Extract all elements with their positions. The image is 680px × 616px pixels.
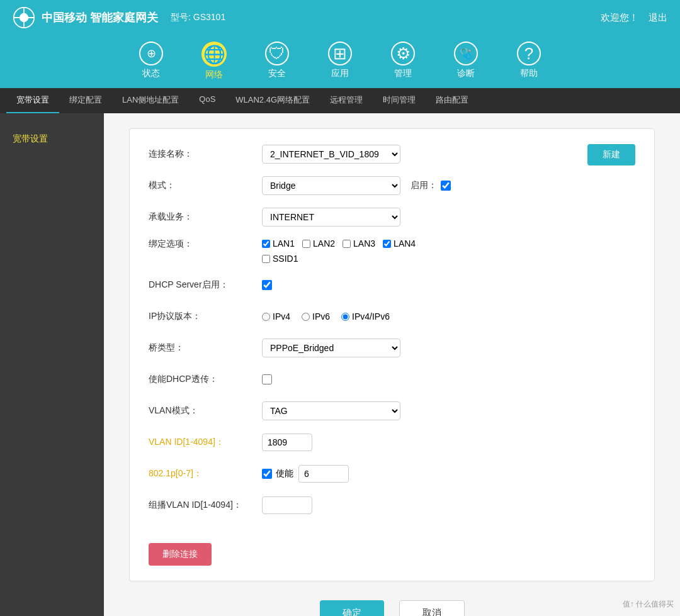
delete-row: 删除连接: [149, 530, 635, 566]
subnav-binding[interactable]: 绑定配置: [59, 88, 112, 113]
subnav-qos[interactable]: QoS: [189, 88, 225, 113]
nav-item-diagnose[interactable]: 🩺 诊断: [447, 42, 485, 88]
select-vlan-mode[interactable]: TAG: [262, 401, 400, 420]
checkbox-dot1p-enable[interactable]: [262, 469, 272, 479]
label-connection-name: 连接名称：: [149, 148, 262, 160]
header-right: 欢迎您！ 退出: [601, 12, 667, 24]
bind-ssid1[interactable]: SSID1: [262, 254, 298, 264]
select-connection-name[interactable]: 2_INTERNET_B_VID_1809: [262, 145, 400, 164]
input-dot1p[interactable]: [298, 465, 349, 483]
nav-label-diagnose: 诊断: [457, 68, 475, 79]
bind-lan3[interactable]: LAN3: [343, 238, 375, 249]
row-multicast-vlan: 组播VLAN ID[1-4094]：: [149, 495, 635, 515]
manage-icon: ⚙: [391, 42, 415, 65]
nav-item-help[interactable]: ? 帮助: [510, 42, 548, 88]
label-dot1p: 802.1p[0-7]：: [149, 468, 262, 479]
apps-icon: ⊞: [328, 42, 352, 65]
content-area: 新建 连接名称： 2_INTERNET_B_VID_1809 模式： Bridg…: [104, 113, 680, 616]
nav-label-help: 帮助: [520, 68, 538, 79]
select-mode[interactable]: Bridge: [262, 176, 400, 195]
nav-item-security[interactable]: 🛡 安全: [258, 42, 296, 88]
radio-ipv6[interactable]: IPv6: [302, 311, 330, 322]
nav-label-apps: 应用: [331, 68, 349, 79]
model-text: 型号: GS3101: [171, 12, 225, 23]
help-icon: ?: [517, 42, 541, 65]
row-dot1p: 802.1p[0-7]： 使能: [149, 464, 635, 484]
logo-icon: [13, 6, 35, 29]
row-vlan-mode: VLAN模式： TAG: [149, 401, 635, 421]
subnav-wlan[interactable]: WLAN2.4G网络配置: [225, 88, 320, 113]
main-layout: 宽带设置 新建 连接名称： 2_INTERNET_B_VID_1809 模式： …: [0, 113, 680, 616]
status-icon: ⊕: [139, 42, 163, 65]
subnav-time[interactable]: 时间管理: [373, 88, 426, 113]
radio-ipv4[interactable]: IPv4: [262, 311, 290, 322]
cancel-button[interactable]: 取消: [399, 600, 465, 616]
nav-label-network: 网络: [205, 69, 223, 81]
logout-button[interactable]: 退出: [649, 12, 667, 24]
input-multicast-vlan[interactable]: [262, 496, 312, 514]
label-service: 承载业务：: [149, 211, 262, 223]
nav-item-apps[interactable]: ⊞ 应用: [321, 42, 359, 88]
row-ip-version: IP协议版本： IPv4 IPv6 IPv4/IPv6: [149, 306, 635, 327]
label-ip-version: IP协议版本：: [149, 311, 262, 322]
subnav: 宽带设置 绑定配置 LAN侧地址配置 QoS WLAN2.4G网络配置 远程管理…: [0, 88, 680, 113]
row-dhcp-server: DHCP Server启用：: [149, 275, 635, 295]
bind-lan4[interactable]: LAN4: [383, 238, 416, 249]
subnav-broadband[interactable]: 宽带设置: [6, 88, 59, 113]
row-connection-name: 连接名称： 2_INTERNET_B_VID_1809: [149, 144, 635, 164]
row-bind: 绑定选项： LAN1 LAN2 LAN3 LAN4: [149, 238, 635, 264]
nav-item-network[interactable]: 🌐 网络: [195, 42, 233, 88]
diagnose-icon: 🩺: [454, 42, 478, 65]
row-service: 承载业务： INTERNET: [149, 207, 635, 227]
form-section: 新建 连接名称： 2_INTERNET_B_VID_1809 模式： Bridg…: [129, 128, 655, 581]
row-bridge-type: 桥类型： PPPoE_Bridged: [149, 338, 635, 358]
label-vlan-mode: VLAN模式：: [149, 405, 262, 417]
label-enable: 启用：: [411, 180, 437, 191]
main-nav: ⊕ 状态 🌐 网络 🛡 安全 ⊞ 应用 ⚙ 管理 🩺 诊断 ? 帮助: [0, 35, 680, 88]
select-service[interactable]: INTERNET: [262, 208, 400, 227]
row-dhcp-passthrough: 使能DHCP透传：: [149, 369, 635, 389]
label-dhcp-server: DHCP Server启用：: [149, 279, 262, 291]
select-bridge-type[interactable]: PPPoE_Bridged: [262, 339, 400, 357]
nav-item-status[interactable]: ⊕ 状态: [132, 42, 170, 88]
label-vlan-id: VLAN ID[1-4094]：: [149, 437, 262, 448]
watermark: 值↑ 什么值得买: [623, 599, 674, 610]
row-mode: 模式： Bridge 启用：: [149, 176, 635, 196]
nav-label-status: 状态: [142, 68, 160, 79]
input-vlan-id[interactable]: [262, 434, 312, 451]
checkbox-enable[interactable]: [441, 181, 451, 191]
confirm-button[interactable]: 确定: [320, 600, 384, 616]
label-dhcp-passthrough: 使能DHCP透传：: [149, 374, 262, 385]
nav-label-manage: 管理: [394, 68, 412, 79]
bind-lan2[interactable]: LAN2: [302, 238, 335, 249]
footer-actions: 确定 取消: [129, 581, 655, 616]
sidebar-item-broadband[interactable]: 宽带设置: [0, 126, 104, 152]
radio-ipv4ipv6[interactable]: IPv4/IPv6: [341, 311, 390, 322]
checkbox-dhcp-passthrough[interactable]: [262, 374, 272, 384]
label-bind: 绑定选项：: [149, 238, 262, 250]
label-dot1p-enable: 使能: [276, 468, 293, 479]
subnav-remote[interactable]: 远程管理: [320, 88, 373, 113]
bind-lan1[interactable]: LAN1: [262, 238, 295, 249]
new-button[interactable]: 新建: [587, 144, 635, 165]
header: 中国移动 智能家庭网关 型号: GS3101 欢迎您！ 退出: [0, 0, 680, 35]
checkbox-dhcp-server[interactable]: [262, 280, 272, 290]
nav-label-security: 安全: [268, 68, 286, 79]
ip-version-options: IPv4 IPv6 IPv4/IPv6: [262, 311, 390, 322]
header-left: 中国移动 智能家庭网关 型号: GS3101: [13, 6, 225, 29]
network-icon: 🌐: [201, 42, 227, 67]
subnav-route[interactable]: 路由配置: [426, 88, 479, 113]
nav-item-manage[interactable]: ⚙ 管理: [384, 42, 422, 88]
bind-options-row2: SSID1: [262, 254, 416, 264]
brand-text: 中国移动 智能家庭网关: [42, 10, 158, 25]
label-bridge-type: 桥类型：: [149, 342, 262, 354]
label-multicast-vlan: 组播VLAN ID[1-4094]：: [149, 500, 262, 511]
label-mode: 模式：: [149, 180, 262, 191]
row-vlan-id: VLAN ID[1-4094]：: [149, 432, 635, 452]
security-icon: 🛡: [265, 42, 289, 65]
delete-button[interactable]: 删除连接: [149, 543, 212, 566]
bind-options-row1: LAN1 LAN2 LAN3 LAN4: [262, 238, 416, 249]
subnav-lan[interactable]: LAN侧地址配置: [112, 88, 189, 113]
welcome-text: 欢迎您！: [601, 12, 638, 24]
sidebar: 宽带设置: [0, 113, 104, 616]
